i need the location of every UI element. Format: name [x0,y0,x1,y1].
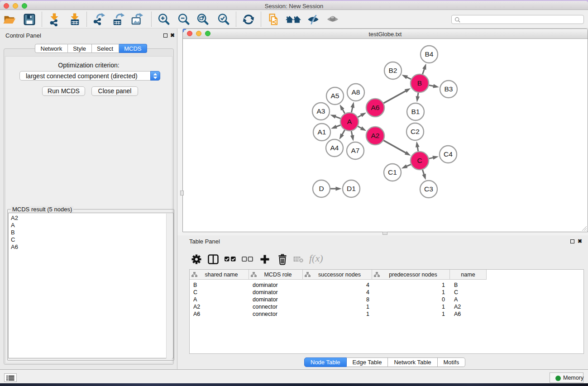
svg-text:B2: B2 [389,67,397,74]
svg-text:A6: A6 [371,104,380,111]
svg-text:C3: C3 [424,185,433,193]
svg-text:D: D [319,185,324,192]
svg-text:C2: C2 [411,128,420,135]
svg-text:A: A [347,118,352,125]
svg-text:B: B [417,79,422,87]
svg-text:A8: A8 [352,88,360,96]
svg-text:C4: C4 [444,150,453,158]
svg-text:D1: D1 [347,185,356,192]
svg-text:A7: A7 [351,147,360,154]
svg-text:B4: B4 [425,50,434,58]
svg-text:A4: A4 [330,144,339,152]
svg-text:A5: A5 [331,92,339,100]
svg-text:A3: A3 [317,107,325,115]
svg-text:B1: B1 [411,108,420,115]
svg-text:C: C [417,157,422,164]
svg-text:A2: A2 [371,132,380,139]
svg-text:A1: A1 [318,128,326,136]
svg-text:C1: C1 [388,168,397,176]
svg-text:B3: B3 [445,85,453,93]
